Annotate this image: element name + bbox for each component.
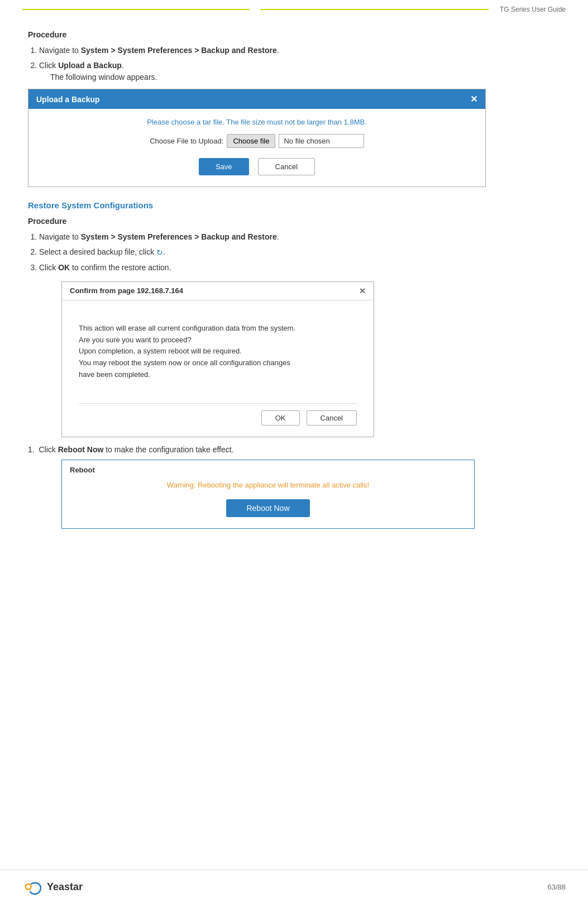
step1-1-end: . (277, 46, 279, 55)
refresh-icon: ↻ (156, 247, 163, 259)
page-footer: Yeastar 63/88 (0, 869, 588, 897)
yeastar-logo-icon (22, 877, 42, 897)
footer-brand-name: Yeastar (47, 881, 83, 893)
upload-backup-dialog: Upload a Backup ✕ Please choose a tar fi… (28, 89, 486, 187)
procedure2-steps: Navigate to System > System Preferences … (39, 231, 560, 274)
reboot-now-button[interactable]: Reboot Now (226, 499, 309, 517)
step2-2-end: . (163, 247, 165, 256)
procedure1-label: Procedure (28, 30, 560, 39)
step3-text: 1. Click Reboot Now to make the configur… (28, 445, 560, 454)
reboot-box: Reboot Warning: Rebooting the appliance … (61, 460, 475, 529)
file-upload-label: Choose File to Upload: (150, 137, 223, 145)
svg-point-1 (26, 885, 30, 888)
step1-2-bold: Upload a Backup (58, 61, 122, 70)
step3-end: to make the configuration take effect. (103, 445, 233, 454)
step2-3-bold: OK (58, 263, 70, 272)
confirm-dialog-body: This action will erase all current confi… (62, 300, 374, 437)
step2-3: Click OK to confirm the restore action. (39, 262, 560, 274)
confirm-line3: Upon completion, a system reboot will be… (79, 346, 357, 357)
step1-1-prefix: Navigate to (39, 46, 81, 55)
upload-dialog-actions: Save Cancel (40, 158, 474, 175)
step2-1-end: . (277, 232, 279, 241)
step2-1-bold: System > System Preferences > Backup and… (81, 232, 277, 241)
confirm-line2: Are you sure you want to proceed? (79, 334, 357, 346)
upload-dialog-close-icon[interactable]: ✕ (470, 94, 477, 104)
confirm-dialog: Confirm from page 192.168.7.164 ✕ This a… (61, 281, 374, 437)
upload-info-text: Please choose a tar file. The file size … (40, 118, 474, 126)
step1-2-prefix: Click (39, 61, 58, 70)
step2-3-prefix: Click (39, 263, 58, 272)
footer-page-number: 63/88 (547, 883, 566, 891)
step1-1-bold: System > System Preferences > Backup and… (81, 46, 277, 55)
header-title: TG Series User Guide (494, 6, 566, 13)
confirm-dialog-title: Confirm from page 192.168.7.164 (70, 286, 183, 295)
file-upload-row: Choose File to Upload: Choose file No fi… (40, 134, 474, 148)
step2-2-prefix: Select a desired backup file, click (39, 247, 156, 256)
confirm-line1: This action will erase all current confi… (79, 323, 357, 334)
upload-dialog-header: Upload a Backup ✕ (28, 89, 485, 109)
confirm-dialog-actions: OK Cancel (79, 403, 357, 426)
confirm-text: This action will erase all current confi… (79, 323, 357, 381)
confirm-cancel-button[interactable]: Cancel (307, 410, 357, 426)
no-file-chosen-text: No file chosen (279, 134, 364, 148)
reboot-btn-row: Reboot Now (70, 499, 466, 517)
procedure1-steps: Navigate to System > System Preferences … (39, 45, 560, 83)
header-line-2 (261, 9, 488, 10)
main-content: Procedure Navigate to System > System Pr… (0, 13, 588, 585)
procedure2-label: Procedure (28, 217, 560, 226)
step1-2: Click Upload a Backup. The following win… (39, 60, 560, 83)
cancel-button[interactable]: Cancel (258, 158, 315, 175)
upload-dialog-title: Upload a Backup (36, 95, 100, 104)
confirm-line4: You may reboot the system now or once al… (79, 357, 357, 369)
step1-2-note: The following window appears. (50, 73, 157, 82)
save-button[interactable]: Save (199, 158, 249, 175)
reboot-warning-text: Warning: Rebooting the appliance will te… (70, 481, 466, 489)
step2-1-prefix: Navigate to (39, 232, 81, 241)
step2-2: Select a desired backup file, click ↻. (39, 246, 560, 259)
page-header: TG Series User Guide (0, 0, 588, 13)
step2-1: Navigate to System > System Preferences … (39, 231, 560, 243)
confirm-dialog-close-icon[interactable]: ✕ (359, 286, 366, 295)
upload-dialog-body: Please choose a tar file. The file size … (28, 109, 485, 187)
step1-1: Navigate to System > System Preferences … (39, 45, 560, 56)
header-line-1 (22, 9, 250, 10)
ok-button[interactable]: OK (261, 410, 300, 426)
choose-file-button[interactable]: Choose file (227, 134, 275, 148)
step2-3-end: to confirm the restore action. (70, 263, 171, 272)
step1-2-end: . (122, 61, 124, 70)
reboot-title: Reboot (70, 466, 466, 474)
confirm-line5: have been completed. (79, 369, 357, 381)
step3-bold: Reboot Now (58, 445, 104, 454)
restore-section-heading: Restore System Configurations (28, 200, 560, 210)
confirm-dialog-header: Confirm from page 192.168.7.164 ✕ (62, 282, 374, 300)
footer-logo: Yeastar (22, 877, 83, 897)
